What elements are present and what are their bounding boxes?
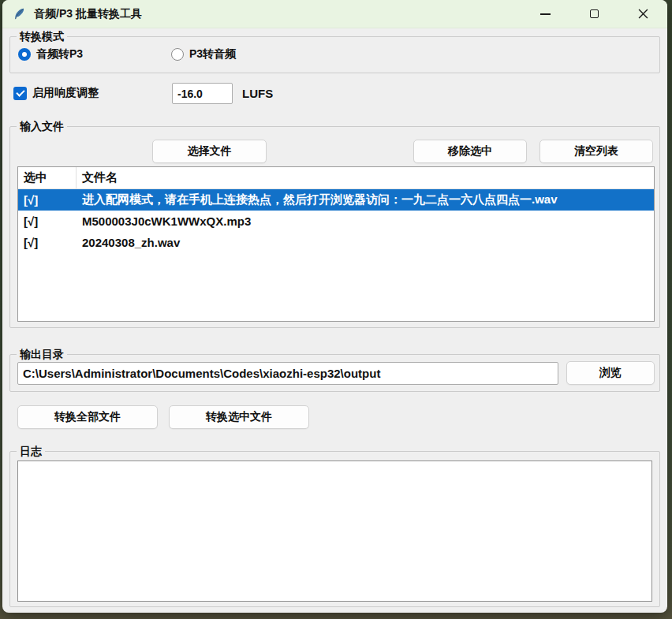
table-row[interactable]: [√] M500003J0cWK1WWxQX.mp3 bbox=[18, 211, 654, 232]
input-files-group-label: 输入文件 bbox=[17, 119, 67, 133]
row-filename-cell: 进入配网模式，请在手机上连接热点，然后打开浏览器访问：一九二点一六八点四点一.w… bbox=[77, 192, 654, 207]
checkbox-checked-icon bbox=[13, 87, 27, 100]
mode-group-label: 转换模式 bbox=[17, 29, 67, 43]
table-row[interactable]: [√] 20240308_zh.wav bbox=[18, 232, 654, 253]
row-check-cell: [√] bbox=[18, 214, 77, 228]
loudness-checkbox-row[interactable]: 启用响度调整 bbox=[13, 83, 99, 103]
convert-selected-button[interactable]: 转换选中文件 bbox=[169, 405, 309, 429]
mode-options-row: 音频转P3 P3转音频 bbox=[18, 47, 236, 62]
column-header-filename[interactable]: 文件名 bbox=[77, 167, 654, 188]
minimize-icon bbox=[540, 13, 551, 15]
log-group-label: 日志 bbox=[17, 444, 45, 458]
app-window: 音频/P3 批量转换工具 转换模式 音频转P3 P3转音频 bbox=[2, 0, 667, 613]
clear-list-button[interactable]: 清空列表 bbox=[539, 140, 653, 163]
remove-selected-button[interactable]: 移除选中 bbox=[413, 140, 527, 163]
minimize-button[interactable] bbox=[525, 0, 565, 28]
lufs-unit-label: LUFS bbox=[242, 87, 273, 100]
radio-audio-to-p3-label: 音频转P3 bbox=[36, 47, 83, 62]
radio-p3-to-audio-label: P3转音频 bbox=[189, 47, 236, 62]
row-filename-cell: M500003J0cWK1WWxQX.mp3 bbox=[77, 214, 654, 228]
convert-all-button[interactable]: 转换全部文件 bbox=[17, 405, 158, 429]
maximize-icon bbox=[590, 9, 599, 18]
file-table: 选中 文件名 [√] 进入配网模式，请在手机上连接热点，然后打开浏览器访问：一九… bbox=[17, 166, 655, 322]
output-path-input[interactable] bbox=[17, 362, 558, 385]
loudness-checkbox-label: 启用响度调整 bbox=[32, 86, 99, 100]
log-textarea[interactable] bbox=[17, 461, 652, 602]
column-header-checked[interactable]: 选中 bbox=[18, 167, 77, 188]
output-dir-group-label: 输出目录 bbox=[17, 347, 67, 361]
mode-group: 转换模式 音频转P3 P3转音频 bbox=[9, 36, 660, 73]
row-filename-cell: 20240308_zh.wav bbox=[77, 236, 654, 249]
lufs-value-input[interactable] bbox=[172, 83, 233, 104]
radio-p3-to-audio[interactable]: P3转音频 bbox=[171, 47, 236, 62]
file-table-header: 选中 文件名 bbox=[18, 167, 654, 189]
select-files-button[interactable]: 选择文件 bbox=[152, 140, 267, 163]
browse-button[interactable]: 浏览 bbox=[566, 361, 655, 385]
maximize-button[interactable] bbox=[574, 0, 614, 28]
row-check-cell: [√] bbox=[18, 193, 77, 207]
window-title: 音频/P3 批量转换工具 bbox=[34, 7, 142, 21]
title-bar: 音频/P3 批量转换工具 bbox=[2, 0, 667, 28]
radio-selected-icon bbox=[18, 48, 31, 61]
window-controls bbox=[525, 0, 663, 28]
python-feather-icon bbox=[13, 7, 26, 21]
radio-audio-to-p3[interactable]: 音频转P3 bbox=[18, 47, 171, 62]
close-icon bbox=[638, 9, 648, 19]
close-button[interactable] bbox=[623, 0, 663, 28]
table-row[interactable]: [√] 进入配网模式，请在手机上连接热点，然后打开浏览器访问：一九二点一六八点四… bbox=[18, 189, 654, 211]
row-check-cell: [√] bbox=[18, 236, 77, 249]
controls-gap-2 bbox=[614, 0, 623, 28]
controls-gap-1 bbox=[565, 0, 574, 28]
radio-unselected-icon bbox=[171, 48, 184, 61]
